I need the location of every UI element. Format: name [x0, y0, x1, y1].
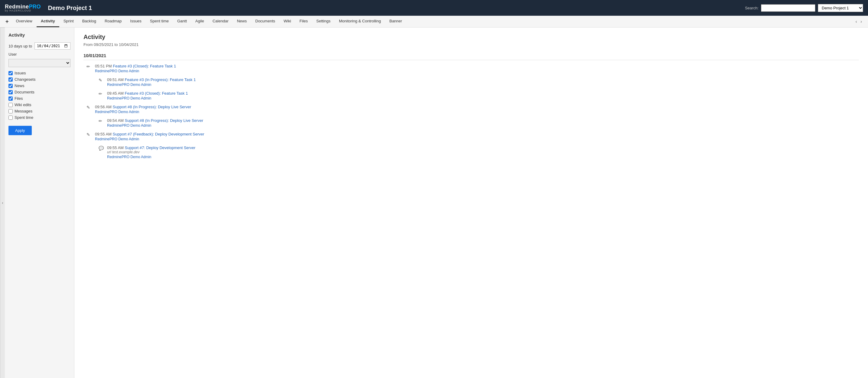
nav-plus-button[interactable]: + [2, 16, 12, 27]
search-label: Search: [745, 6, 758, 10]
news-checkbox[interactable] [8, 84, 13, 88]
tab-issues[interactable]: Issues [126, 16, 146, 27]
activity-link[interactable]: Feature #3 (In Progress): Feature Task 1 [125, 77, 196, 82]
checkbox-wiki-edits: Wiki edits [8, 102, 70, 107]
list-item: ✎ 09:51 AM Feature #3 (In Progress): Fea… [84, 77, 859, 87]
activity-user[interactable]: RedminePRO Demo Admin [107, 155, 859, 159]
changesets-label: Changesets [14, 77, 35, 82]
activity-user[interactable]: RedminePRO Demo Admin [95, 69, 859, 73]
tab-monitoring[interactable]: Monitoring & Controlling [335, 16, 385, 27]
logo-redmine: Redmine [5, 4, 29, 9]
activity-content: 09:51 AM Feature #3 (In Progress): Featu… [107, 77, 859, 87]
nav-arrow-right[interactable]: › [859, 18, 863, 25]
documents-label: Documents [14, 90, 34, 94]
days-up-to-row: 10 days up to [8, 42, 70, 50]
tab-news[interactable]: News [232, 16, 251, 27]
days-label: 10 days up to [8, 44, 32, 49]
edit-pencil-icon: ✏ [99, 91, 105, 96]
comment-icon: 💬 [99, 146, 105, 151]
files-checkbox[interactable] [8, 96, 13, 101]
edit-small-icon: ✎ [87, 105, 93, 110]
messages-label: Messages [14, 109, 32, 114]
activity-user[interactable]: RedminePRO Demo Admin [95, 110, 859, 114]
issues-checkbox[interactable] [8, 71, 13, 75]
activity-content: 09:54 AM Support #8 (In Progress): Deplo… [107, 118, 859, 128]
project-title: Demo Project 1 [48, 4, 92, 11]
date-range: From 09/25/2021 to 10/04/2021 [84, 42, 859, 47]
content-area: Activity From 09/25/2021 to 10/04/2021 1… [74, 28, 868, 378]
project-select[interactable]: Demo Project 1 [818, 4, 863, 12]
spent-time-label: Spent time [14, 115, 33, 120]
activity-time: 09:55 AM [107, 146, 124, 150]
activity-link[interactable]: Feature #3 (Closed): Feature Task 1 [113, 64, 176, 68]
nav-arrow-left[interactable]: ‹ [855, 18, 858, 25]
activity-user[interactable]: RedminePRO Demo Admin [107, 123, 859, 128]
list-item: ✎ 09:56 AM Support #8 (In Progress): Dep… [84, 105, 859, 114]
tab-files[interactable]: Files [295, 16, 312, 27]
tab-sprint[interactable]: Sprint [59, 16, 78, 27]
sidebar-collapse-icon: ‹ [2, 201, 3, 205]
activity-link[interactable]: Support #8 (In Progress): Deploy Live Se… [125, 118, 203, 123]
tab-gantt[interactable]: Gantt [173, 16, 191, 27]
tab-banner[interactable]: Banner [385, 16, 406, 27]
sidebar-toggle[interactable]: ‹ [0, 28, 5, 378]
files-label: Files [14, 96, 23, 101]
main-container: ‹ Activity 10 days up to User Issues Cha… [0, 28, 868, 378]
date-input[interactable] [34, 42, 70, 50]
activity-user[interactable]: RedminePRO Demo Admin [95, 137, 859, 141]
edit-small-icon: ✎ [99, 78, 105, 83]
activity-link[interactable]: Support #8 (In Progress): Deploy Live Se… [113, 105, 191, 109]
logo: Redmine PRO by HAZERCLOUD [5, 4, 41, 12]
activity-date-header: 10/01/2021 [84, 53, 859, 60]
nav-bar: + Overview Activity Sprint Backlog Roadm… [0, 16, 868, 28]
tab-settings[interactable]: Settings [312, 16, 335, 27]
tab-calendar[interactable]: Calendar [208, 16, 233, 27]
logo-pro: PRO [29, 4, 41, 9]
tab-overview[interactable]: Overview [12, 16, 37, 27]
sidebar-title: Activity [8, 32, 70, 37]
user-select[interactable] [8, 59, 70, 67]
tab-documents[interactable]: Documents [251, 16, 279, 27]
tab-activity[interactable]: Activity [37, 16, 59, 27]
activity-list: ✏ 05:51 PM Feature #3 (Closed): Feature … [84, 64, 859, 159]
activity-subtext: url test.example.dev [107, 150, 859, 154]
apply-button[interactable]: Apply [8, 126, 32, 135]
tab-backlog[interactable]: Backlog [78, 16, 100, 27]
list-item: ✏ 09:45 AM Feature #3 (Closed): Feature … [84, 91, 859, 100]
list-item: ✏ 05:51 PM Feature #3 (Closed): Feature … [84, 64, 859, 73]
activity-user[interactable]: RedminePRO Demo Admin [107, 83, 859, 87]
spent-time-checkbox[interactable] [8, 116, 13, 120]
page-title: Activity [84, 34, 859, 40]
wiki-edits-label: Wiki edits [14, 102, 31, 107]
activity-user[interactable]: RedminePRO Demo Admin [107, 96, 859, 100]
edit-pencil-icon: ✏ [99, 119, 105, 123]
documents-checkbox[interactable] [8, 90, 13, 94]
checkbox-spent-time: Spent time [8, 115, 70, 120]
activity-link[interactable]: Support #7 (Feedback): Deploy Developmen… [113, 132, 205, 136]
tab-agile[interactable]: Agile [191, 16, 208, 27]
logo-hazer: by HAZERCLOUD [5, 9, 41, 12]
header: Redmine PRO by HAZERCLOUD Demo Project 1… [0, 0, 868, 16]
activity-content: 05:51 PM Feature #3 (Closed): Feature Ta… [95, 64, 859, 73]
tab-roadmap[interactable]: Roadmap [100, 16, 126, 27]
changesets-checkbox[interactable] [8, 77, 13, 82]
search-input[interactable] [761, 4, 815, 12]
checkbox-changesets: Changesets [8, 77, 70, 82]
messages-checkbox[interactable] [8, 109, 13, 114]
checkbox-news: News [8, 84, 70, 88]
list-item: ✏ 09:54 AM Support #8 (In Progress): Dep… [84, 118, 859, 128]
wiki-edits-checkbox[interactable] [8, 103, 13, 107]
list-item: ✎ 09:55 AM Support #7 (Feedback): Deploy… [84, 132, 859, 141]
checkbox-issues: Issues [8, 71, 70, 75]
activity-time: 09:45 AM [107, 91, 124, 96]
edit-small-icon: ✎ [87, 132, 93, 137]
user-row: User [8, 52, 70, 57]
tab-wiki[interactable]: Wiki [279, 16, 296, 27]
activity-link[interactable]: Feature #3 (Closed): Feature Task 1 [125, 91, 188, 96]
tab-spent-time[interactable]: Spent time [146, 16, 173, 27]
activity-content: 09:45 AM Feature #3 (Closed): Feature Ta… [107, 91, 859, 100]
activity-time: 09:54 AM [107, 118, 124, 123]
activity-time: 09:51 AM [107, 77, 124, 82]
activity-link[interactable]: Support #7: Deploy Development Server [125, 146, 195, 150]
activity-time: 09:55 AM [95, 132, 112, 136]
